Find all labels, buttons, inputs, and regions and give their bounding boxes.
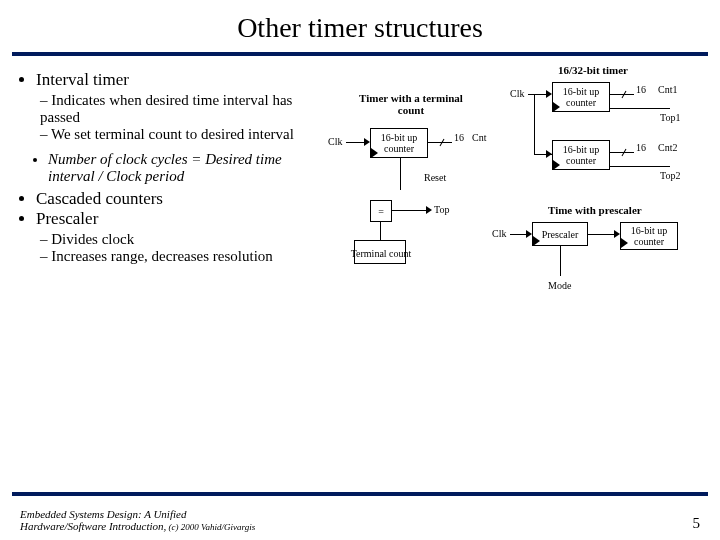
counter-box: 16-bit up counter xyxy=(552,140,610,170)
wire xyxy=(588,234,616,235)
bullet-l3: Number of clock cycles = Desired time in… xyxy=(48,151,328,185)
wire xyxy=(392,210,428,211)
slide-title: Other timer structures xyxy=(0,0,720,52)
counter-box: 16-bit up counter xyxy=(370,128,428,158)
clk-label: Clk xyxy=(492,228,506,239)
footer-credit: Embedded Systems Design: A Unified Hardw… xyxy=(20,508,255,532)
counter-box: 16-bit up counter xyxy=(620,222,678,250)
wire xyxy=(528,94,548,95)
top-label: Top xyxy=(434,204,449,215)
bus-width: 16 xyxy=(454,132,464,143)
footer: Embedded Systems Design: A Unified Hardw… xyxy=(0,508,720,532)
cnt1-label: Cnt1 xyxy=(658,84,677,95)
page-number: 5 xyxy=(693,515,701,532)
bullet-l1: Prescaler xyxy=(36,209,328,229)
section-title: Time with prescaler xyxy=(548,204,642,216)
clock-triangle-icon xyxy=(533,236,540,246)
wire xyxy=(400,158,401,190)
mode-label: Mode xyxy=(548,280,571,291)
bullet-l2: Divides clock xyxy=(40,231,328,248)
bullet-l1: Cascaded counters xyxy=(36,189,328,209)
section-title: Timer with a terminal count xyxy=(356,92,466,116)
prescaler-box: Prescaler xyxy=(532,222,588,246)
bullet-column: Interval timer Indicates when desired ti… xyxy=(18,70,328,273)
wire xyxy=(610,166,670,167)
bullet-l2: Increases range, decreases resolution xyxy=(40,248,328,265)
cnt-label: Cnt xyxy=(472,132,486,143)
clock-triangle-icon xyxy=(553,102,560,112)
clock-triangle-icon xyxy=(621,238,628,248)
cnt2-label: Cnt2 xyxy=(658,142,677,153)
diagram-area: 16/32-bit timer Clk 16-bit up counter 16… xyxy=(328,70,708,273)
content-area: Interval timer Indicates when desired ti… xyxy=(0,56,720,273)
wire xyxy=(534,94,535,154)
bullet-l2: Indicates when desired time interval has… xyxy=(40,92,328,126)
arrow-icon xyxy=(426,206,432,214)
bus-width: 16 xyxy=(636,142,646,153)
top2-label: Top2 xyxy=(660,170,680,181)
top1-label: Top1 xyxy=(660,112,680,123)
bus-width: 16 xyxy=(636,84,646,95)
wire xyxy=(346,142,366,143)
terminal-count-label: Terminal count xyxy=(350,248,412,259)
reset-label: Reset xyxy=(424,172,446,183)
bullet-l2: We set terminal count to desired interva… xyxy=(40,126,328,143)
wire xyxy=(560,246,561,276)
bullet-l1: Interval timer xyxy=(36,70,328,90)
section-title: 16/32-bit timer xyxy=(558,64,628,76)
comparator-box: = xyxy=(370,200,392,222)
wire xyxy=(610,108,670,109)
footer-rule xyxy=(12,492,708,496)
clk-label: Clk xyxy=(328,136,342,147)
clk-label: Clk xyxy=(510,88,524,99)
clock-triangle-icon xyxy=(553,160,560,170)
wire xyxy=(380,222,381,240)
clock-triangle-icon xyxy=(371,148,378,158)
counter-box: 16-bit up counter xyxy=(552,82,610,112)
